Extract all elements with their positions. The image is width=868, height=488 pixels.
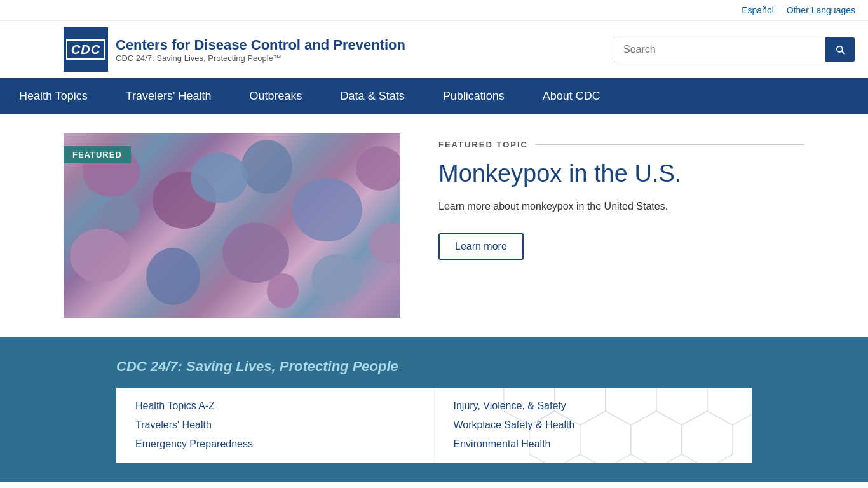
bottom-links-area: Health Topics A-Z Travelers' Health Emer… bbox=[116, 388, 752, 463]
espanol-link[interactable]: Español bbox=[742, 5, 774, 15]
nav-health-topics[interactable]: Health Topics bbox=[0, 78, 107, 114]
hero-image-wrap: FEATURED bbox=[64, 133, 400, 318]
link-travelers-health[interactable]: Travelers' Health bbox=[135, 419, 415, 431]
link-emergency-preparedness[interactable]: Emergency Preparedness bbox=[135, 438, 415, 450]
hero-description: Learn more about monkeypox in the United… bbox=[438, 199, 804, 214]
nav-about-cdc[interactable]: About CDC bbox=[524, 78, 620, 114]
site-header: CDC Centers for Disease Control and Prev… bbox=[0, 21, 868, 78]
hero-content: FEATURED TOPIC Monkeypox in the U.S. Lea… bbox=[438, 133, 804, 318]
bottom-inner: CDC 24/7: Saving Lives, Protecting Peopl… bbox=[53, 358, 815, 388]
hero-section: FEATURED FEATURED TOPIC Monkeypox in the… bbox=[0, 114, 868, 337]
search-area bbox=[614, 37, 855, 62]
bottom-slogan: CDC 24/7: Saving Lives, Protecting Peopl… bbox=[116, 358, 752, 388]
logo-text-area: Centers for Disease Control and Preventi… bbox=[116, 37, 405, 63]
featured-badge: FEATURED bbox=[64, 146, 131, 163]
nav-data-stats[interactable]: Data & Stats bbox=[322, 78, 424, 114]
hero-title: Monkeypox in the U.S. bbox=[438, 159, 804, 189]
link-environmental-health[interactable]: Environmental Health bbox=[454, 438, 733, 450]
cdc-logo: CDC bbox=[64, 27, 108, 72]
links-column-1: Health Topics A-Z Travelers' Health Emer… bbox=[116, 388, 435, 463]
search-input[interactable] bbox=[614, 37, 825, 62]
nav-publications[interactable]: Publications bbox=[424, 78, 524, 114]
org-name: Centers for Disease Control and Preventi… bbox=[116, 37, 405, 53]
tagline: CDC 24/7: Saving Lives, Protecting Peopl… bbox=[116, 53, 405, 63]
main-nav: Health Topics Travelers' Health Outbreak… bbox=[0, 78, 868, 114]
links-column-2: Injury, Violence, & Safety Workplace Saf… bbox=[435, 388, 752, 463]
search-button[interactable] bbox=[825, 37, 855, 62]
nav-outbreaks[interactable]: Outbreaks bbox=[231, 78, 322, 114]
logo-area: CDC Centers for Disease Control and Prev… bbox=[64, 27, 405, 72]
cdc-initials: CDC bbox=[66, 39, 105, 60]
top-bar: Español Other Languages bbox=[0, 0, 868, 21]
bottom-section: CDC 24/7: Saving Lives, Protecting Peopl… bbox=[0, 339, 868, 482]
nav-travelers-health[interactable]: Travelers' Health bbox=[107, 78, 231, 114]
link-health-topics-az[interactable]: Health Topics A-Z bbox=[135, 400, 415, 412]
search-icon bbox=[834, 44, 846, 55]
link-injury-violence-safety[interactable]: Injury, Violence, & Safety bbox=[454, 400, 733, 412]
link-workplace-safety-health[interactable]: Workplace Safety & Health bbox=[454, 419, 733, 431]
learn-more-button[interactable]: Learn more bbox=[438, 233, 524, 260]
other-languages-link[interactable]: Other Languages bbox=[787, 5, 855, 15]
search-box bbox=[614, 37, 855, 62]
featured-topic-label: FEATURED TOPIC bbox=[438, 140, 804, 149]
